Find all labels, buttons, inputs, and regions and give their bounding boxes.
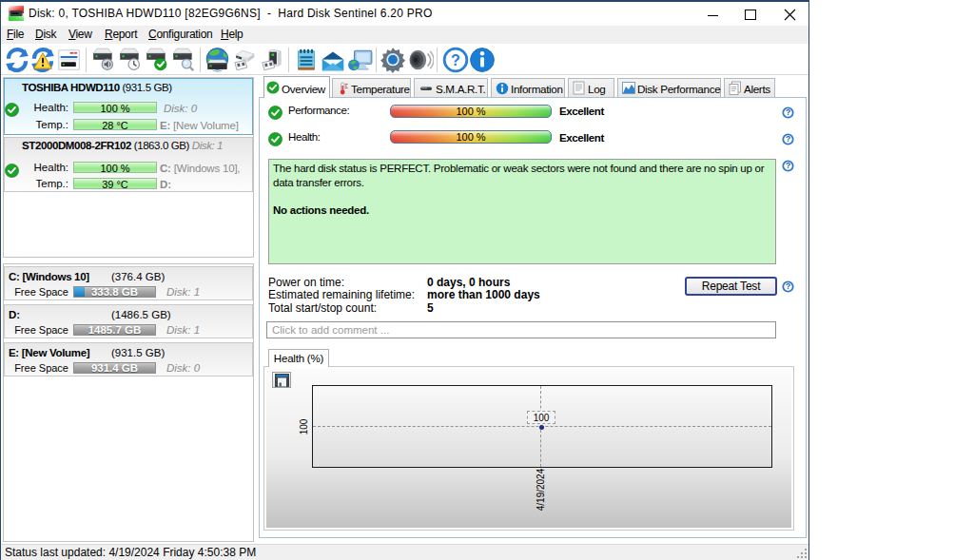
svg-text:?: ? <box>786 134 790 144</box>
svg-text:?: ? <box>786 161 790 170</box>
svg-text:?: ? <box>786 107 790 117</box>
svg-text:?: ? <box>451 51 460 68</box>
svg-text:?: ? <box>786 281 790 291</box>
